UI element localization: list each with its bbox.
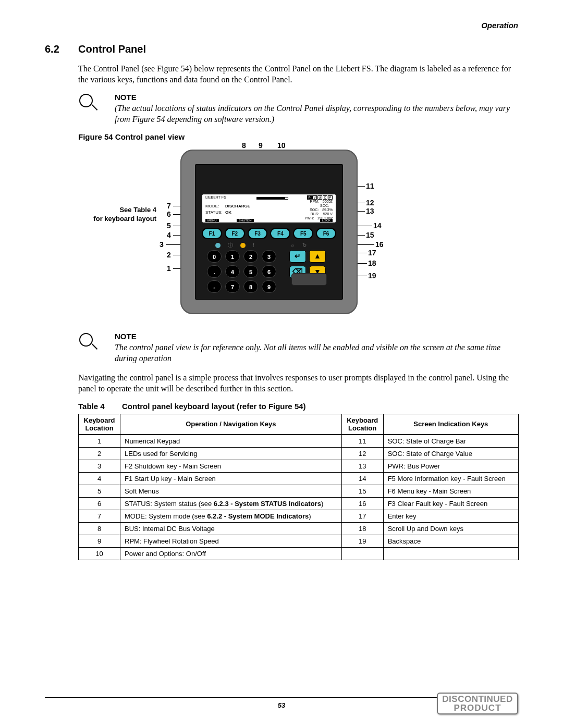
callout-17: 17 bbox=[368, 249, 376, 257]
callout-16: 16 bbox=[375, 240, 384, 249]
callout-7: 7 bbox=[167, 202, 171, 210]
f2-key[interactable]: F2 bbox=[225, 228, 245, 239]
service-led-row: ⓘ ! ☼↻ bbox=[215, 242, 307, 249]
num-2-key[interactable]: 2 bbox=[243, 250, 258, 263]
magnifier-icon bbox=[78, 333, 98, 353]
note-2: NOTE The control panel view is for refer… bbox=[78, 332, 518, 364]
section-number: 6.2 bbox=[45, 43, 78, 55]
num-dot-key[interactable]: . bbox=[207, 265, 222, 278]
num-6-key[interactable]: 6 bbox=[262, 265, 276, 278]
figure-aside: See Table 4for keyboard layout bbox=[78, 206, 156, 224]
callout-14: 14 bbox=[373, 221, 382, 230]
f1-key[interactable]: F1 bbox=[202, 228, 222, 239]
f3-key[interactable]: F3 bbox=[248, 228, 268, 239]
th-2: Operation / Navigation Keys bbox=[120, 414, 342, 435]
num-3-key[interactable]: 3 bbox=[262, 250, 276, 263]
num-1-key[interactable]: 1 bbox=[225, 250, 240, 263]
callout-13: 13 bbox=[366, 207, 374, 215]
num-9-key[interactable]: 9 bbox=[262, 280, 276, 293]
callout-6: 6 bbox=[167, 210, 171, 218]
brand-badge bbox=[291, 273, 327, 286]
table-row: 2LEDs used for Servicing12SOC: State of … bbox=[79, 447, 519, 460]
discontinued-stamp: DISCONTINUED PRODUCT bbox=[437, 693, 518, 714]
num-5-key[interactable]: 5 bbox=[243, 265, 258, 278]
table-row: 7MODE: System mode (see 6.2.2 - System M… bbox=[79, 510, 519, 522]
figure-caption: Figure 54 Control panel view bbox=[78, 132, 518, 141]
callout-19: 19 bbox=[368, 272, 376, 280]
note-2-title: NOTE bbox=[115, 332, 518, 341]
num-minus-key[interactable]: - bbox=[207, 280, 222, 293]
table-row: 4F1 Start Up key - Main Screen14F5 More … bbox=[79, 472, 519, 485]
lcd-indicator-row: P V U C P bbox=[307, 195, 333, 200]
soc-bar bbox=[256, 196, 309, 199]
intro-paragraph: The Control Panel (see Figure 54) below … bbox=[78, 64, 518, 85]
table-row: 9RPM: Flywheel Rotation Speed19Backspace bbox=[79, 535, 519, 547]
table-row: 1Numerical Keypad11SOC: State of Charge … bbox=[79, 435, 519, 448]
header-section: Operation bbox=[45, 21, 518, 30]
lcd-screen: LIEBERT FS P V U C P MODE:DISCHARGE STA bbox=[202, 194, 336, 223]
callout-15: 15 bbox=[366, 231, 374, 239]
num-0-key[interactable]: 0 bbox=[207, 250, 222, 263]
led-info-icon bbox=[215, 243, 221, 248]
function-key-row: F1 F2 F3 F4 F5 F6 bbox=[202, 228, 336, 239]
note-1: NOTE (The actual locations of status ind… bbox=[78, 93, 518, 125]
th-3: KeyboardLocation bbox=[341, 414, 383, 435]
th-4: Screen Indication Keys bbox=[383, 414, 518, 435]
table-row: 8BUS: Internal DC Bus Voltage18Scroll Up… bbox=[79, 522, 519, 535]
callout-11: 11 bbox=[366, 182, 374, 190]
paragraph-2: Navigating the control panel is a simple… bbox=[78, 373, 518, 394]
numeric-keypad: 0 1 2 3 . 4 5 6 - 7 8 9 bbox=[207, 250, 276, 293]
table-row: 5Soft Menus15F6 Menu key - Main Screen bbox=[79, 485, 519, 497]
callout-8: 8 bbox=[242, 141, 246, 150]
callout-9: 9 bbox=[259, 141, 263, 150]
led-warning-icon bbox=[240, 243, 246, 248]
section-heading: 6.2Control Panel bbox=[45, 43, 518, 55]
num-4-key[interactable]: 4 bbox=[225, 265, 240, 278]
callout-4: 4 bbox=[167, 231, 171, 239]
callout-12: 12 bbox=[366, 199, 374, 207]
table-4: KeyboardLocation Operation / Navigation … bbox=[78, 414, 519, 560]
note-1-title: NOTE bbox=[115, 93, 518, 102]
th-1: KeyboardLocation bbox=[79, 414, 120, 435]
scroll-up-key[interactable]: ▲ bbox=[309, 250, 326, 263]
note-2-text: The control panel view is for reference … bbox=[115, 342, 518, 364]
magnifier-icon bbox=[78, 94, 98, 114]
callout-10: 10 bbox=[277, 141, 286, 150]
callout-3: 3 bbox=[160, 240, 164, 249]
num-8-key[interactable]: 8 bbox=[243, 280, 258, 293]
callout-5: 5 bbox=[167, 221, 171, 230]
num-7-key[interactable]: 7 bbox=[225, 280, 240, 293]
enter-key[interactable]: ↵ bbox=[289, 250, 306, 263]
figure-54: See Table 4for keyboard layout 8 9 10 7 … bbox=[78, 144, 518, 327]
note-1-text: (The actual locations of status indicato… bbox=[115, 103, 518, 125]
callout-18: 18 bbox=[368, 259, 376, 267]
f6-key[interactable]: F6 bbox=[316, 228, 336, 239]
f4-key[interactable]: F4 bbox=[270, 228, 290, 239]
lcd-product-name: LIEBERT FS bbox=[205, 195, 226, 199]
f5-key[interactable]: F5 bbox=[293, 228, 313, 239]
table-caption: Table 4Control panel keyboard layout (re… bbox=[78, 402, 518, 411]
table-row: 6STATUS: System status (see 6.2.3 - Syst… bbox=[79, 497, 519, 510]
section-title-text: Control Panel bbox=[78, 43, 146, 55]
callout-1: 1 bbox=[167, 264, 171, 273]
callout-2: 2 bbox=[167, 251, 171, 259]
table-row: 3F2 Shutdown key - Main Screen13PWR: Bus… bbox=[79, 460, 519, 472]
table-row: 10Power and Options: On/Off bbox=[79, 547, 519, 560]
control-panel-device: LIEBERT FS P V U C P MODE:DISCHARGE STA bbox=[180, 150, 358, 314]
